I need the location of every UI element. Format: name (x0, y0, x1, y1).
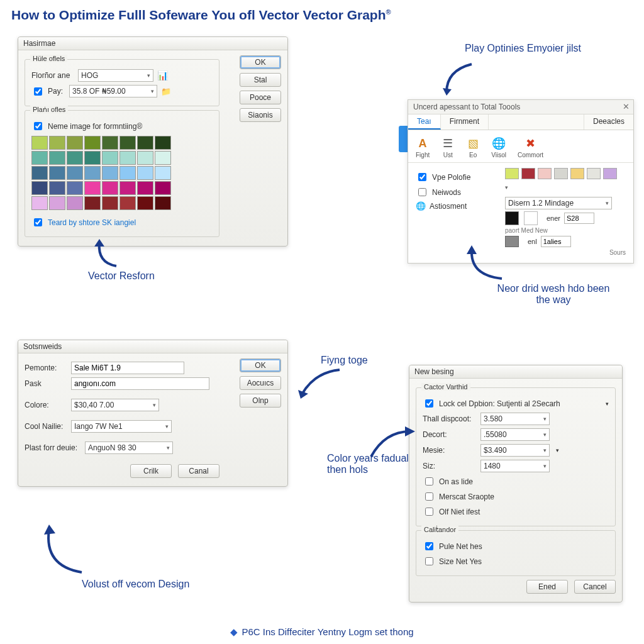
black-swatch[interactable] (505, 211, 519, 225)
palette-swatch[interactable] (31, 136, 48, 150)
ribbon-fight[interactable]: AFight (416, 136, 430, 158)
palette-swatch[interactable] (155, 136, 171, 150)
disern-combo[interactable]: Disern 1.2 Mindage (505, 197, 612, 209)
crilk-button[interactable]: Crilk (130, 464, 172, 478)
palette-swatch[interactable] (84, 166, 101, 180)
mini-swatch[interactable] (554, 168, 568, 179)
decort-combo[interactable]: .55080 (480, 428, 550, 441)
palette-swatch[interactable] (119, 136, 136, 150)
vpe-checkbox[interactable] (418, 173, 426, 181)
palette-swatch[interactable] (67, 136, 83, 150)
palette-swatch[interactable] (102, 151, 118, 165)
palette-swatch[interactable] (84, 136, 101, 150)
palette-swatch[interactable] (102, 166, 118, 180)
ribbon-eo[interactable]: ▧Eo (466, 136, 480, 158)
mini-swatch[interactable] (570, 168, 584, 179)
folder-icon[interactable]: 📁 (161, 87, 171, 96)
palette-swatch[interactable] (31, 166, 48, 180)
mini-swatch[interactable] (505, 168, 519, 179)
mini-swatch[interactable] (538, 168, 552, 179)
palette-swatch[interactable] (49, 181, 65, 195)
pulenet-checkbox[interactable] (425, 542, 433, 550)
tab-teai[interactable]: Teaı (408, 114, 441, 130)
palette-swatch[interactable] (102, 181, 118, 195)
palette-swatch[interactable] (67, 181, 83, 195)
ok-button[interactable]: OK (240, 55, 281, 69)
onaslide-checkbox[interactable] (425, 477, 433, 486)
chevron-down-icon-2[interactable]: ▾ (556, 447, 559, 453)
palette-swatch[interactable] (31, 196, 48, 210)
sizenet-checkbox[interactable] (425, 557, 433, 565)
plast-combo[interactable]: AnguoN 98 30 (85, 441, 173, 454)
ener-input[interactable] (564, 213, 594, 224)
palette-swatch[interactable] (84, 196, 101, 210)
colore-combo[interactable]: $30,40 7.00 (71, 399, 159, 411)
pooce-button[interactable]: Pooce (240, 91, 281, 104)
chevron-down-icon[interactable]: ▾ (505, 182, 513, 193)
palette-swatch[interactable] (31, 151, 48, 165)
palette-swatch[interactable] (137, 166, 153, 180)
mini-swatch[interactable] (521, 168, 535, 179)
close-icon[interactable]: ✕ (623, 102, 630, 111)
palette-swatch[interactable] (102, 196, 118, 210)
cool-combo[interactable]: Iango 7W Ne1 (71, 420, 172, 433)
side-tab[interactable] (399, 126, 408, 152)
mini-swatch[interactable] (603, 168, 617, 179)
palette-swatch[interactable] (137, 136, 153, 150)
white-swatch[interactable] (524, 211, 538, 225)
tab-deeacles[interactable]: Deeacles (584, 114, 633, 130)
canal-button[interactable]: Canal (178, 464, 219, 478)
palette-swatch[interactable] (84, 181, 101, 195)
palette-swatch[interactable] (119, 196, 136, 210)
palette-swatch[interactable] (49, 166, 65, 180)
ribbon-viisol[interactable]: 🌐Viisol (491, 136, 506, 158)
palette-swatch[interactable] (137, 196, 153, 210)
palette-swatch[interactable] (102, 136, 118, 150)
palette-swatch[interactable] (155, 196, 171, 210)
palette-swatch[interactable] (49, 136, 65, 150)
palette-swatch[interactable] (137, 181, 153, 195)
size-combo[interactable]: 1480 (480, 460, 550, 472)
chart-icon[interactable]: 📊 (157, 70, 168, 80)
neme-checkbox[interactable] (34, 122, 42, 130)
pemonte-input[interactable] (71, 362, 184, 374)
ened-button[interactable]: Ened (526, 580, 568, 594)
mini-swatch[interactable] (587, 168, 601, 179)
floron-combo[interactable]: HOG (78, 69, 153, 82)
ribbon-ust[interactable]: ☰Ust (441, 136, 455, 158)
pask-input[interactable] (71, 377, 209, 390)
palette-swatch[interactable] (155, 166, 171, 180)
palette-swatch[interactable] (67, 151, 83, 165)
pay-checkbox[interactable] (34, 87, 42, 96)
palette-swatch[interactable] (67, 166, 83, 180)
palette-swatch[interactable] (84, 151, 101, 165)
merscat-checkbox[interactable] (425, 492, 433, 501)
palette-swatch[interactable] (67, 196, 83, 210)
olfniet-checkbox[interactable] (425, 508, 433, 516)
mesie-combo[interactable]: $3.490 (480, 444, 550, 457)
palette-swatch[interactable] (119, 151, 136, 165)
palette-swatch[interactable] (49, 151, 65, 165)
ok-button-3[interactable]: OK (240, 358, 281, 372)
thall-combo[interactable]: 3.580 (480, 413, 550, 425)
ribbon-commort[interactable]: ✖Commort (518, 136, 543, 158)
chevron-down-icon[interactable]: ▾ (606, 401, 609, 407)
palette-swatch[interactable] (155, 181, 171, 195)
cancel-button[interactable]: Cancel (574, 580, 616, 594)
teard-checkbox[interactable] (34, 218, 42, 226)
sitonis-button[interactable]: Siaonis (240, 108, 281, 122)
teard-link[interactable]: Teard by shtore SK iangiel (48, 218, 136, 227)
palette-swatch[interactable] (31, 181, 48, 195)
palette-swatch[interactable] (119, 166, 136, 180)
tab-firnment[interactable]: Firnment (441, 114, 489, 130)
palette-swatch[interactable] (49, 196, 65, 210)
aocuics-button[interactable]: Aocuıcs (240, 376, 281, 390)
palette-swatch[interactable] (137, 151, 153, 165)
enl-input[interactable] (541, 236, 571, 247)
palette-swatch[interactable] (119, 181, 136, 195)
mini-swatches[interactable]: ▾ (505, 168, 626, 193)
lockcel-checkbox[interactable] (425, 399, 433, 408)
stal-button[interactable]: Stal (240, 73, 281, 87)
pay-combo[interactable]: 35.8 OF ₦59.00 (69, 85, 157, 97)
palette-swatch[interactable] (155, 151, 171, 165)
